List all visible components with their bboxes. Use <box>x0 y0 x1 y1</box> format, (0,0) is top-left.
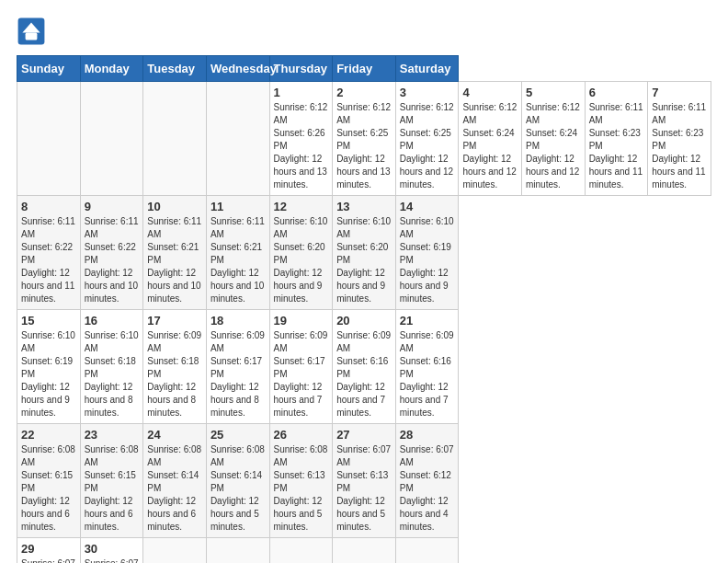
week-row-5: 29Sunrise: 6:07 AMSunset: 6:12 PMDayligh… <box>17 538 711 564</box>
day-info: Sunrise: 6:12 AMSunset: 6:24 PMDaylight:… <box>526 101 581 191</box>
day-number: 13 <box>336 200 392 213</box>
header-row: SundayMondayTuesdayWednesdayThursdayFrid… <box>17 56 711 82</box>
calendar-cell <box>206 82 269 196</box>
calendar-cell: 13Sunrise: 6:10 AMSunset: 6:20 PMDayligh… <box>333 196 396 310</box>
day-info: Sunrise: 6:11 AMSunset: 6:21 PMDaylight:… <box>147 215 202 305</box>
day-info: Sunrise: 6:08 AMSunset: 6:14 PMDaylight:… <box>147 443 202 534</box>
day-info: Sunrise: 6:11 AMSunset: 6:21 PMDaylight:… <box>210 215 266 305</box>
calendar-cell: 16Sunrise: 6:10 AMSunset: 6:18 PMDayligh… <box>80 310 143 424</box>
week-row-3: 15Sunrise: 6:10 AMSunset: 6:19 PMDayligh… <box>17 310 711 424</box>
day-number: 15 <box>21 314 76 327</box>
calendar-cell: 9Sunrise: 6:11 AMSunset: 6:22 PMDaylight… <box>80 196 143 310</box>
day-number: 5 <box>526 86 581 99</box>
logo <box>17 17 48 46</box>
day-info: Sunrise: 6:09 AMSunset: 6:16 PMDaylight:… <box>336 329 392 419</box>
header <box>17 17 711 46</box>
calendar-cell: 15Sunrise: 6:10 AMSunset: 6:19 PMDayligh… <box>17 310 81 424</box>
day-info: Sunrise: 6:07 AMSunset: 6:13 PMDaylight:… <box>336 443 392 534</box>
calendar-page: SundayMondayTuesdayWednesdayThursdayFrid… <box>0 0 728 563</box>
day-number: 10 <box>147 200 202 213</box>
calendar-cell: 27Sunrise: 6:07 AMSunset: 6:13 PMDayligh… <box>333 424 396 538</box>
logo-icon <box>17 17 46 46</box>
day-info: Sunrise: 6:09 AMSunset: 6:17 PMDaylight:… <box>210 329 266 419</box>
week-row-4: 22Sunrise: 6:08 AMSunset: 6:15 PMDayligh… <box>17 424 711 538</box>
day-number: 23 <box>85 428 140 442</box>
day-info: Sunrise: 6:09 AMSunset: 6:18 PMDaylight:… <box>147 329 202 419</box>
day-number: 17 <box>147 314 202 327</box>
calendar-cell: 5Sunrise: 6:12 AMSunset: 6:24 PMDaylight… <box>522 82 586 196</box>
calendar-cell: 18Sunrise: 6:09 AMSunset: 6:17 PMDayligh… <box>206 310 269 424</box>
day-number: 21 <box>400 314 455 327</box>
calendar-cell <box>206 538 269 564</box>
calendar-cell: 21Sunrise: 6:09 AMSunset: 6:16 PMDayligh… <box>395 310 459 424</box>
calendar-cell: 17Sunrise: 6:09 AMSunset: 6:18 PMDayligh… <box>143 310 207 424</box>
day-info: Sunrise: 6:11 AMSunset: 6:22 PMDaylight:… <box>85 215 140 305</box>
calendar-cell: 20Sunrise: 6:09 AMSunset: 6:16 PMDayligh… <box>333 310 396 424</box>
col-header-saturday: Saturday <box>395 56 459 82</box>
day-info: Sunrise: 6:09 AMSunset: 6:17 PMDaylight:… <box>274 329 329 419</box>
day-info: Sunrise: 6:10 AMSunset: 6:20 PMDaylight:… <box>336 215 392 305</box>
calendar-table: SundayMondayTuesdayWednesdayThursdayFrid… <box>17 55 711 563</box>
day-number: 8 <box>21 200 76 213</box>
calendar-cell: 3Sunrise: 6:12 AMSunset: 6:25 PMDaylight… <box>395 82 459 196</box>
day-number: 3 <box>400 86 455 99</box>
day-info: Sunrise: 6:08 AMSunset: 6:14 PMDaylight:… <box>210 443 266 534</box>
col-header-monday: Monday <box>80 56 143 82</box>
calendar-cell <box>269 538 333 564</box>
calendar-cell: 30Sunrise: 6:07 AMSunset: 6:11 PMDayligh… <box>80 538 143 564</box>
svg-rect-2 <box>26 33 38 40</box>
day-info: Sunrise: 6:11 AMSunset: 6:22 PMDaylight:… <box>21 215 76 305</box>
day-number: 29 <box>21 542 76 556</box>
day-info: Sunrise: 6:11 AMSunset: 6:23 PMDaylight:… <box>589 101 644 191</box>
calendar-cell: 2Sunrise: 6:12 AMSunset: 6:25 PMDaylight… <box>333 82 396 196</box>
calendar-cell: 4Sunrise: 6:12 AMSunset: 6:24 PMDaylight… <box>459 82 522 196</box>
calendar-cell: 26Sunrise: 6:08 AMSunset: 6:13 PMDayligh… <box>269 424 333 538</box>
day-number: 20 <box>336 314 392 327</box>
calendar-cell: 7Sunrise: 6:11 AMSunset: 6:23 PMDaylight… <box>648 82 711 196</box>
col-header-wednesday: Wednesday <box>206 56 269 82</box>
calendar-cell: 28Sunrise: 6:07 AMSunset: 6:12 PMDayligh… <box>395 424 459 538</box>
day-number: 6 <box>589 86 644 99</box>
calendar-cell: 22Sunrise: 6:08 AMSunset: 6:15 PMDayligh… <box>17 424 81 538</box>
day-number: 12 <box>274 200 329 213</box>
calendar-cell <box>395 538 459 564</box>
calendar-cell <box>143 82 207 196</box>
day-info: Sunrise: 6:07 AMSunset: 6:11 PMDaylight:… <box>85 557 140 563</box>
day-number: 27 <box>336 428 392 442</box>
day-info: Sunrise: 6:07 AMSunset: 6:12 PMDaylight:… <box>21 557 76 563</box>
calendar-cell: 23Sunrise: 6:08 AMSunset: 6:15 PMDayligh… <box>80 424 143 538</box>
day-number: 19 <box>274 314 329 327</box>
calendar-cell <box>17 82 81 196</box>
day-number: 24 <box>147 428 202 442</box>
day-number: 25 <box>210 428 266 442</box>
day-info: Sunrise: 6:08 AMSunset: 6:15 PMDaylight:… <box>21 443 76 534</box>
day-number: 14 <box>400 200 455 213</box>
day-number: 30 <box>85 542 140 556</box>
day-info: Sunrise: 6:09 AMSunset: 6:16 PMDaylight:… <box>400 329 455 419</box>
day-info: Sunrise: 6:10 AMSunset: 6:19 PMDaylight:… <box>21 329 76 419</box>
calendar-cell: 6Sunrise: 6:11 AMSunset: 6:23 PMDaylight… <box>585 82 648 196</box>
calendar-cell: 24Sunrise: 6:08 AMSunset: 6:14 PMDayligh… <box>143 424 207 538</box>
day-info: Sunrise: 6:08 AMSunset: 6:13 PMDaylight:… <box>274 443 329 534</box>
day-info: Sunrise: 6:12 AMSunset: 6:25 PMDaylight:… <box>336 101 392 191</box>
week-row-2: 8Sunrise: 6:11 AMSunset: 6:22 PMDaylight… <box>17 196 711 310</box>
day-number: 1 <box>274 86 329 99</box>
day-info: Sunrise: 6:07 AMSunset: 6:12 PMDaylight:… <box>400 443 455 534</box>
day-number: 2 <box>336 86 392 99</box>
calendar-cell: 14Sunrise: 6:10 AMSunset: 6:19 PMDayligh… <box>395 196 459 310</box>
col-header-thursday: Thursday <box>269 56 333 82</box>
calendar-cell <box>80 82 143 196</box>
day-info: Sunrise: 6:10 AMSunset: 6:20 PMDaylight:… <box>274 215 329 305</box>
day-number: 16 <box>85 314 140 327</box>
calendar-cell: 1Sunrise: 6:12 AMSunset: 6:26 PMDaylight… <box>269 82 333 196</box>
col-header-tuesday: Tuesday <box>143 56 207 82</box>
calendar-cell: 11Sunrise: 6:11 AMSunset: 6:21 PMDayligh… <box>206 196 269 310</box>
calendar-cell: 19Sunrise: 6:09 AMSunset: 6:17 PMDayligh… <box>269 310 333 424</box>
calendar-cell: 25Sunrise: 6:08 AMSunset: 6:14 PMDayligh… <box>206 424 269 538</box>
col-header-friday: Friday <box>333 56 396 82</box>
calendar-cell: 8Sunrise: 6:11 AMSunset: 6:22 PMDaylight… <box>17 196 81 310</box>
calendar-cell: 29Sunrise: 6:07 AMSunset: 6:12 PMDayligh… <box>17 538 81 564</box>
day-info: Sunrise: 6:08 AMSunset: 6:15 PMDaylight:… <box>85 443 140 534</box>
day-info: Sunrise: 6:10 AMSunset: 6:19 PMDaylight:… <box>400 215 455 305</box>
day-number: 26 <box>274 428 329 442</box>
